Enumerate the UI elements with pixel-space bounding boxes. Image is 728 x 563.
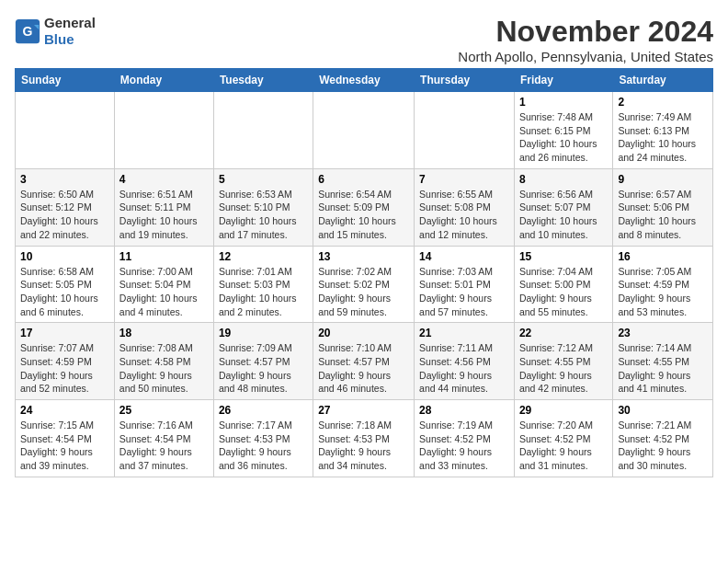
calendar-week-4: 17Sunrise: 7:07 AM Sunset: 4:59 PM Dayli… xyxy=(16,323,713,400)
day-number: 4 xyxy=(119,173,209,186)
day-info: Sunrise: 7:10 AM Sunset: 4:57 PM Dayligh… xyxy=(318,341,409,396)
day-number: 21 xyxy=(419,327,509,339)
calendar-cell: 25Sunrise: 7:16 AM Sunset: 4:54 PM Dayli… xyxy=(114,400,213,477)
day-number: 11 xyxy=(119,250,209,263)
day-info: Sunrise: 7:18 AM Sunset: 4:53 PM Dayligh… xyxy=(318,419,409,473)
calendar-week-3: 10Sunrise: 6:58 AM Sunset: 5:05 PM Dayli… xyxy=(16,246,713,323)
calendar-cell: 29Sunrise: 7:20 AM Sunset: 4:52 PM Dayli… xyxy=(514,400,612,477)
day-info: Sunrise: 7:14 AM Sunset: 4:55 PM Dayligh… xyxy=(618,341,708,396)
logo-line2: Blue xyxy=(44,31,96,48)
day-info: Sunrise: 7:19 AM Sunset: 4:52 PM Dayligh… xyxy=(419,419,509,473)
calendar-week-2: 3Sunrise: 6:50 AM Sunset: 5:12 PM Daylig… xyxy=(16,168,713,246)
day-info: Sunrise: 7:21 AM Sunset: 4:52 PM Dayligh… xyxy=(618,419,708,473)
day-number: 15 xyxy=(519,250,608,263)
day-number: 28 xyxy=(419,404,509,417)
header-sunday: Sunday xyxy=(16,69,115,92)
header-tuesday: Tuesday xyxy=(213,69,313,92)
header-thursday: Thursday xyxy=(415,69,515,92)
calendar-cell: 10Sunrise: 6:58 AM Sunset: 5:05 PM Dayli… xyxy=(16,246,115,323)
logo: G General Blue xyxy=(15,15,96,48)
day-info: Sunrise: 7:08 AM Sunset: 4:58 PM Dayligh… xyxy=(119,341,209,396)
logo-line1: General xyxy=(44,15,96,31)
header: G General Blue November 2024 North Apoll… xyxy=(15,15,713,64)
calendar-cell: 7Sunrise: 6:55 AM Sunset: 5:08 PM Daylig… xyxy=(415,168,515,246)
day-number: 18 xyxy=(119,327,209,339)
day-number: 23 xyxy=(618,327,708,339)
day-number: 13 xyxy=(318,250,409,263)
day-info: Sunrise: 7:04 AM Sunset: 5:00 PM Dayligh… xyxy=(519,265,608,319)
calendar-cell: 6Sunrise: 6:54 AM Sunset: 5:09 PM Daylig… xyxy=(313,168,415,246)
calendar-cell: 3Sunrise: 6:50 AM Sunset: 5:12 PM Daylig… xyxy=(16,168,115,246)
calendar-cell: 4Sunrise: 6:51 AM Sunset: 5:11 PM Daylig… xyxy=(114,168,213,246)
day-info: Sunrise: 7:15 AM Sunset: 4:54 PM Dayligh… xyxy=(20,419,109,473)
calendar-cell xyxy=(313,92,415,169)
header-saturday: Saturday xyxy=(613,69,713,92)
day-info: Sunrise: 7:01 AM Sunset: 5:03 PM Dayligh… xyxy=(219,265,308,319)
header-wednesday: Wednesday xyxy=(313,69,415,92)
day-number: 26 xyxy=(219,404,308,417)
day-number: 16 xyxy=(618,250,708,263)
day-number: 17 xyxy=(20,327,109,339)
day-info: Sunrise: 6:54 AM Sunset: 5:09 PM Dayligh… xyxy=(318,188,409,242)
calendar-cell xyxy=(213,92,313,169)
calendar-cell: 5Sunrise: 6:53 AM Sunset: 5:10 PM Daylig… xyxy=(213,168,313,246)
day-number: 7 xyxy=(419,173,509,186)
day-info: Sunrise: 7:03 AM Sunset: 5:01 PM Dayligh… xyxy=(419,265,509,319)
calendar-cell: 13Sunrise: 7:02 AM Sunset: 5:02 PM Dayli… xyxy=(313,246,415,323)
calendar-cell: 15Sunrise: 7:04 AM Sunset: 5:00 PM Dayli… xyxy=(514,246,612,323)
day-number: 24 xyxy=(20,404,109,417)
day-info: Sunrise: 6:53 AM Sunset: 5:10 PM Dayligh… xyxy=(219,188,308,242)
header-friday: Friday xyxy=(514,69,612,92)
day-info: Sunrise: 7:11 AM Sunset: 4:56 PM Dayligh… xyxy=(419,341,509,396)
day-number: 8 xyxy=(519,173,608,186)
calendar-cell: 24Sunrise: 7:15 AM Sunset: 4:54 PM Dayli… xyxy=(16,400,115,477)
calendar-cell: 2Sunrise: 7:49 AM Sunset: 6:13 PM Daylig… xyxy=(613,92,713,169)
day-info: Sunrise: 7:16 AM Sunset: 4:54 PM Dayligh… xyxy=(119,419,209,473)
day-info: Sunrise: 7:12 AM Sunset: 4:55 PM Dayligh… xyxy=(519,341,608,396)
day-info: Sunrise: 6:58 AM Sunset: 5:05 PM Dayligh… xyxy=(20,265,109,319)
day-number: 25 xyxy=(119,404,209,417)
day-number: 1 xyxy=(519,96,608,109)
calendar-cell: 1Sunrise: 7:48 AM Sunset: 6:15 PM Daylig… xyxy=(514,92,612,169)
calendar-cell: 18Sunrise: 7:08 AM Sunset: 4:58 PM Dayli… xyxy=(114,323,213,400)
day-number: 22 xyxy=(519,327,608,339)
day-number: 27 xyxy=(318,404,409,417)
day-info: Sunrise: 6:57 AM Sunset: 5:06 PM Dayligh… xyxy=(618,188,708,242)
calendar-cell: 8Sunrise: 6:56 AM Sunset: 5:07 PM Daylig… xyxy=(514,168,612,246)
day-info: Sunrise: 7:20 AM Sunset: 4:52 PM Dayligh… xyxy=(519,419,608,473)
day-info: Sunrise: 6:56 AM Sunset: 5:07 PM Dayligh… xyxy=(519,188,608,242)
header-monday: Monday xyxy=(114,69,213,92)
day-info: Sunrise: 6:55 AM Sunset: 5:08 PM Dayligh… xyxy=(419,188,509,242)
day-info: Sunrise: 7:02 AM Sunset: 5:02 PM Dayligh… xyxy=(318,265,409,319)
calendar-cell: 21Sunrise: 7:11 AM Sunset: 4:56 PM Dayli… xyxy=(415,323,515,400)
day-number: 2 xyxy=(618,96,708,109)
day-number: 19 xyxy=(219,327,308,339)
day-info: Sunrise: 6:51 AM Sunset: 5:11 PM Dayligh… xyxy=(119,188,209,242)
day-number: 20 xyxy=(318,327,409,339)
calendar-cell: 14Sunrise: 7:03 AM Sunset: 5:01 PM Dayli… xyxy=(415,246,515,323)
day-info: Sunrise: 6:50 AM Sunset: 5:12 PM Dayligh… xyxy=(20,188,109,242)
day-info: Sunrise: 7:05 AM Sunset: 4:59 PM Dayligh… xyxy=(618,265,708,319)
calendar-cell: 26Sunrise: 7:17 AM Sunset: 4:53 PM Dayli… xyxy=(213,400,313,477)
calendar-cell: 28Sunrise: 7:19 AM Sunset: 4:52 PM Dayli… xyxy=(415,400,515,477)
calendar-cell xyxy=(415,92,515,169)
calendar-cell: 22Sunrise: 7:12 AM Sunset: 4:55 PM Dayli… xyxy=(514,323,612,400)
day-number: 29 xyxy=(519,404,608,417)
calendar-table: SundayMondayTuesdayWednesdayThursdayFrid… xyxy=(15,68,713,477)
day-info: Sunrise: 7:09 AM Sunset: 4:57 PM Dayligh… xyxy=(219,341,308,396)
day-info: Sunrise: 7:17 AM Sunset: 4:53 PM Dayligh… xyxy=(219,419,308,473)
calendar-cell: 9Sunrise: 6:57 AM Sunset: 5:06 PM Daylig… xyxy=(613,168,713,246)
calendar-week-1: 1Sunrise: 7:48 AM Sunset: 6:15 PM Daylig… xyxy=(16,92,713,169)
calendar-cell: 12Sunrise: 7:01 AM Sunset: 5:03 PM Dayli… xyxy=(213,246,313,323)
day-info: Sunrise: 7:49 AM Sunset: 6:13 PM Dayligh… xyxy=(618,110,708,165)
title-area: November 2024 North Apollo, Pennsylvania… xyxy=(458,15,713,64)
calendar-cell: 27Sunrise: 7:18 AM Sunset: 4:53 PM Dayli… xyxy=(313,400,415,477)
calendar-cell: 23Sunrise: 7:14 AM Sunset: 4:55 PM Dayli… xyxy=(613,323,713,400)
day-info: Sunrise: 7:48 AM Sunset: 6:15 PM Dayligh… xyxy=(519,110,608,165)
location-title: North Apollo, Pennsylvania, United State… xyxy=(458,49,713,64)
day-info: Sunrise: 7:07 AM Sunset: 4:59 PM Dayligh… xyxy=(20,341,109,396)
day-info: Sunrise: 7:00 AM Sunset: 5:04 PM Dayligh… xyxy=(119,265,209,319)
calendar-cell xyxy=(114,92,213,169)
day-number: 12 xyxy=(219,250,308,263)
day-number: 5 xyxy=(219,173,308,186)
